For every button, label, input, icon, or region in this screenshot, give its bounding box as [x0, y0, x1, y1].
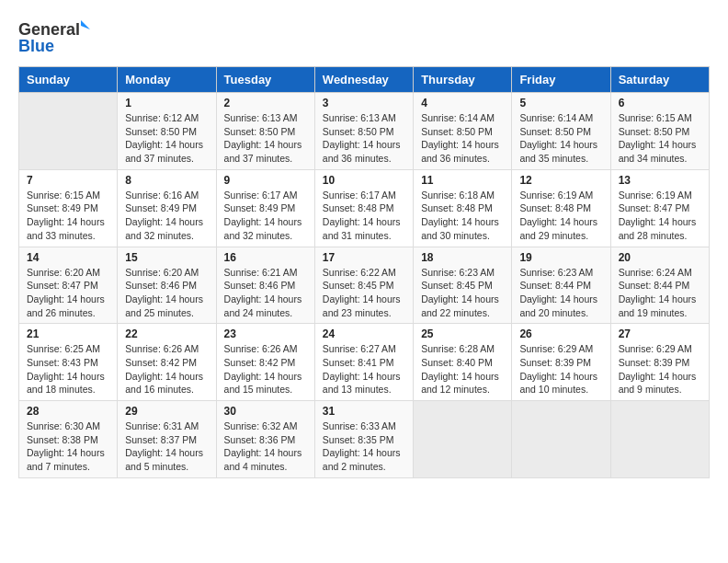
day-info: Sunrise: 6:14 AMSunset: 8:50 PMDaylight:…	[421, 111, 504, 166]
calendar-cell: 9Sunrise: 6:17 AMSunset: 8:49 PMDaylight…	[216, 169, 314, 247]
day-info: Sunrise: 6:31 AMSunset: 8:37 PMDaylight:…	[125, 419, 208, 474]
day-number: 23	[224, 327, 307, 340]
calendar-cell: 21Sunrise: 6:25 AMSunset: 8:43 PMDayligh…	[19, 324, 118, 401]
calendar-cell: 25Sunrise: 6:28 AMSunset: 8:40 PMDayligh…	[414, 324, 512, 401]
day-info: Sunrise: 6:29 AMSunset: 8:39 PMDaylight:…	[619, 342, 701, 396]
day-number: 18	[421, 251, 504, 264]
day-number: 2	[224, 97, 307, 109]
calendar-cell: 24Sunrise: 6:27 AMSunset: 8:41 PMDayligh…	[314, 324, 413, 401]
calendar-cell: 27Sunrise: 6:29 AMSunset: 8:39 PMDayligh…	[610, 324, 709, 401]
day-info: Sunrise: 6:20 AMSunset: 8:46 PMDaylight:…	[125, 266, 208, 320]
day-number: 3	[323, 97, 405, 109]
weekday-header-thursday: Thursday	[414, 67, 512, 93]
day-number: 19	[519, 251, 602, 264]
calendar-cell: 19Sunrise: 6:23 AMSunset: 8:44 PMDayligh…	[512, 247, 610, 324]
calendar-cell: 11Sunrise: 6:18 AMSunset: 8:48 PMDayligh…	[414, 169, 512, 247]
calendar-cell: 3Sunrise: 6:13 AMSunset: 8:50 PMDaylight…	[314, 93, 413, 170]
weekday-header-sunday: Sunday	[19, 67, 118, 93]
day-info: Sunrise: 6:19 AMSunset: 8:47 PMDaylight:…	[619, 189, 701, 243]
day-info: Sunrise: 6:26 AMSunset: 8:42 PMDaylight:…	[224, 342, 307, 396]
calendar-cell: 1Sunrise: 6:12 AMSunset: 8:50 PMDaylight…	[118, 93, 216, 170]
calendar-cell: 31Sunrise: 6:33 AMSunset: 8:35 PMDayligh…	[314, 401, 413, 478]
day-number: 12	[519, 174, 602, 187]
calendar-cell: 20Sunrise: 6:24 AMSunset: 8:44 PMDayligh…	[610, 247, 709, 324]
day-info: Sunrise: 6:27 AMSunset: 8:41 PMDaylight:…	[323, 342, 405, 396]
calendar-row: 7Sunrise: 6:15 AMSunset: 8:49 PMDaylight…	[19, 169, 710, 247]
calendar-row: 1Sunrise: 6:12 AMSunset: 8:50 PMDaylight…	[19, 93, 710, 170]
calendar-cell: 12Sunrise: 6:19 AMSunset: 8:48 PMDayligh…	[512, 169, 610, 247]
day-info: Sunrise: 6:20 AMSunset: 8:47 PMDaylight:…	[27, 266, 109, 320]
day-number: 10	[323, 174, 405, 187]
calendar-cell: 17Sunrise: 6:22 AMSunset: 8:45 PMDayligh…	[314, 247, 413, 324]
calendar-cell: 6Sunrise: 6:15 AMSunset: 8:50 PMDaylight…	[610, 93, 709, 170]
calendar-cell: 18Sunrise: 6:23 AMSunset: 8:45 PMDayligh…	[414, 247, 512, 324]
day-number: 6	[619, 97, 701, 109]
calendar-table: SundayMondayTuesdayWednesdayThursdayFrid…	[18, 66, 710, 478]
day-number: 24	[323, 327, 405, 340]
calendar-cell: 28Sunrise: 6:30 AMSunset: 8:38 PMDayligh…	[19, 401, 118, 478]
day-number: 17	[323, 251, 405, 264]
calendar-cell: 15Sunrise: 6:20 AMSunset: 8:46 PMDayligh…	[118, 247, 216, 324]
weekday-header-monday: Monday	[118, 67, 216, 93]
day-info: Sunrise: 6:19 AMSunset: 8:48 PMDaylight:…	[519, 189, 602, 243]
day-number: 30	[224, 405, 307, 418]
day-info: Sunrise: 6:33 AMSunset: 8:35 PMDaylight:…	[323, 419, 405, 474]
day-number: 9	[224, 174, 307, 187]
day-number: 29	[125, 405, 208, 418]
day-info: Sunrise: 6:23 AMSunset: 8:45 PMDaylight:…	[421, 266, 504, 320]
calendar-row: 28Sunrise: 6:30 AMSunset: 8:38 PMDayligh…	[19, 401, 710, 478]
day-number: 7	[27, 174, 109, 187]
day-info: Sunrise: 6:16 AMSunset: 8:49 PMDaylight:…	[125, 189, 208, 243]
day-info: Sunrise: 6:28 AMSunset: 8:40 PMDaylight:…	[421, 342, 504, 396]
logo: GeneralBlue	[18, 18, 101, 57]
calendar-cell	[512, 401, 610, 478]
day-number: 26	[519, 327, 602, 340]
calendar-cell: 14Sunrise: 6:20 AMSunset: 8:47 PMDayligh…	[19, 247, 118, 324]
day-number: 15	[125, 251, 208, 264]
day-info: Sunrise: 6:22 AMSunset: 8:45 PMDaylight:…	[323, 266, 405, 320]
day-info: Sunrise: 6:15 AMSunset: 8:49 PMDaylight:…	[27, 189, 109, 243]
day-number: 31	[323, 405, 405, 418]
day-info: Sunrise: 6:25 AMSunset: 8:43 PMDaylight:…	[27, 342, 109, 396]
svg-text:General: General	[18, 20, 80, 39]
weekday-header-wednesday: Wednesday	[314, 67, 413, 93]
calendar-cell	[19, 93, 118, 170]
day-number: 21	[27, 327, 109, 340]
day-info: Sunrise: 6:24 AMSunset: 8:44 PMDaylight:…	[619, 266, 701, 320]
day-info: Sunrise: 6:14 AMSunset: 8:50 PMDaylight:…	[519, 111, 602, 166]
day-info: Sunrise: 6:13 AMSunset: 8:50 PMDaylight:…	[323, 111, 405, 166]
calendar-row: 21Sunrise: 6:25 AMSunset: 8:43 PMDayligh…	[19, 324, 710, 401]
logo-svg: GeneralBlue	[18, 18, 101, 57]
day-info: Sunrise: 6:26 AMSunset: 8:42 PMDaylight:…	[125, 342, 208, 396]
calendar-cell: 10Sunrise: 6:17 AMSunset: 8:48 PMDayligh…	[314, 169, 413, 247]
weekday-header-friday: Friday	[512, 67, 610, 93]
calendar-cell: 5Sunrise: 6:14 AMSunset: 8:50 PMDaylight…	[512, 93, 610, 170]
day-info: Sunrise: 6:13 AMSunset: 8:50 PMDaylight:…	[224, 111, 307, 166]
day-number: 28	[27, 405, 109, 418]
day-number: 13	[619, 174, 701, 187]
day-number: 27	[619, 327, 701, 340]
day-info: Sunrise: 6:18 AMSunset: 8:48 PMDaylight:…	[421, 189, 504, 243]
day-number: 20	[619, 251, 701, 264]
day-number: 4	[421, 97, 504, 109]
day-number: 25	[421, 327, 504, 340]
day-info: Sunrise: 6:17 AMSunset: 8:48 PMDaylight:…	[323, 189, 405, 243]
calendar-cell	[414, 401, 512, 478]
page-header: GeneralBlue	[18, 18, 710, 57]
day-number: 11	[421, 174, 504, 187]
calendar-row: 14Sunrise: 6:20 AMSunset: 8:47 PMDayligh…	[19, 247, 710, 324]
calendar-cell: 30Sunrise: 6:32 AMSunset: 8:36 PMDayligh…	[216, 401, 314, 478]
day-info: Sunrise: 6:12 AMSunset: 8:50 PMDaylight:…	[125, 111, 208, 166]
day-info: Sunrise: 6:23 AMSunset: 8:44 PMDaylight:…	[519, 266, 602, 320]
day-number: 22	[125, 327, 208, 340]
weekday-header-saturday: Saturday	[610, 67, 709, 93]
svg-text:Blue: Blue	[18, 37, 54, 55]
calendar-cell: 16Sunrise: 6:21 AMSunset: 8:46 PMDayligh…	[216, 247, 314, 324]
day-number: 5	[519, 97, 602, 109]
day-number: 1	[125, 97, 208, 109]
day-info: Sunrise: 6:32 AMSunset: 8:36 PMDaylight:…	[224, 419, 307, 474]
day-info: Sunrise: 6:15 AMSunset: 8:50 PMDaylight:…	[619, 111, 701, 166]
calendar-cell: 13Sunrise: 6:19 AMSunset: 8:47 PMDayligh…	[610, 169, 709, 247]
svg-marker-1	[81, 20, 90, 29]
calendar-cell: 29Sunrise: 6:31 AMSunset: 8:37 PMDayligh…	[118, 401, 216, 478]
